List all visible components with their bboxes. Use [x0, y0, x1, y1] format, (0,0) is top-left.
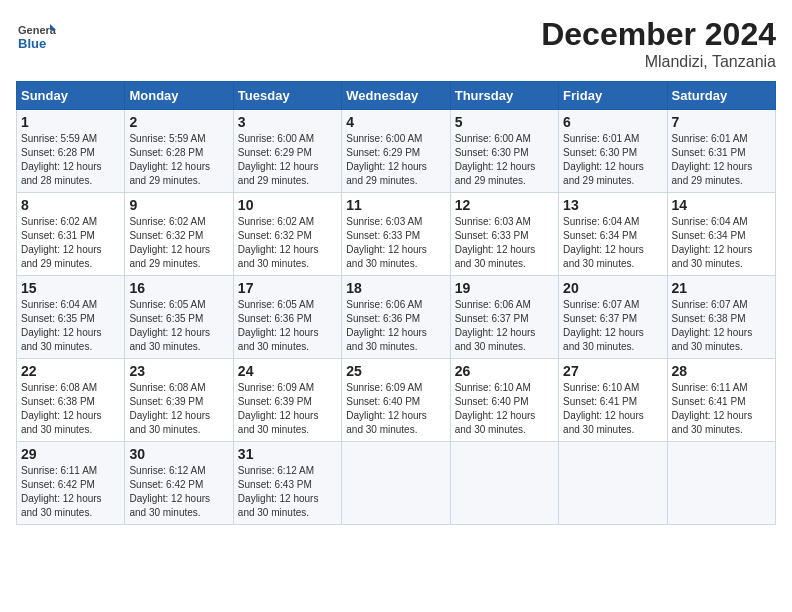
day-number: 21 [672, 280, 771, 296]
calendar-cell: 11Sunrise: 6:03 AM Sunset: 6:33 PM Dayli… [342, 193, 450, 276]
day-info: Sunrise: 6:05 AM Sunset: 6:35 PM Dayligh… [129, 298, 228, 354]
day-info: Sunrise: 6:12 AM Sunset: 6:42 PM Dayligh… [129, 464, 228, 520]
calendar-cell: 6Sunrise: 6:01 AM Sunset: 6:30 PM Daylig… [559, 110, 667, 193]
calendar-cell: 26Sunrise: 6:10 AM Sunset: 6:40 PM Dayli… [450, 359, 558, 442]
day-info: Sunrise: 6:07 AM Sunset: 6:38 PM Dayligh… [672, 298, 771, 354]
calendar-cell: 14Sunrise: 6:04 AM Sunset: 6:34 PM Dayli… [667, 193, 775, 276]
month-title: December 2024 [541, 16, 776, 53]
day-number: 27 [563, 363, 662, 379]
calendar-cell: 2Sunrise: 5:59 AM Sunset: 6:28 PM Daylig… [125, 110, 233, 193]
calendar-cell: 1Sunrise: 5:59 AM Sunset: 6:28 PM Daylig… [17, 110, 125, 193]
day-info: Sunrise: 5:59 AM Sunset: 6:28 PM Dayligh… [129, 132, 228, 188]
day-number: 2 [129, 114, 228, 130]
calendar-cell: 22Sunrise: 6:08 AM Sunset: 6:38 PM Dayli… [17, 359, 125, 442]
calendar-cell: 7Sunrise: 6:01 AM Sunset: 6:31 PM Daylig… [667, 110, 775, 193]
calendar-cell: 13Sunrise: 6:04 AM Sunset: 6:34 PM Dayli… [559, 193, 667, 276]
day-number: 5 [455, 114, 554, 130]
day-info: Sunrise: 6:04 AM Sunset: 6:34 PM Dayligh… [672, 215, 771, 271]
day-number: 11 [346, 197, 445, 213]
day-info: Sunrise: 6:11 AM Sunset: 6:41 PM Dayligh… [672, 381, 771, 437]
col-header-wednesday: Wednesday [342, 82, 450, 110]
day-info: Sunrise: 6:08 AM Sunset: 6:39 PM Dayligh… [129, 381, 228, 437]
day-info: Sunrise: 6:04 AM Sunset: 6:34 PM Dayligh… [563, 215, 662, 271]
day-number: 6 [563, 114, 662, 130]
svg-text:Blue: Blue [18, 36, 46, 51]
day-number: 22 [21, 363, 120, 379]
calendar-row: 29Sunrise: 6:11 AM Sunset: 6:42 PM Dayli… [17, 442, 776, 525]
day-number: 12 [455, 197, 554, 213]
day-info: Sunrise: 6:04 AM Sunset: 6:35 PM Dayligh… [21, 298, 120, 354]
day-info: Sunrise: 6:02 AM Sunset: 6:31 PM Dayligh… [21, 215, 120, 271]
calendar-cell: 19Sunrise: 6:06 AM Sunset: 6:37 PM Dayli… [450, 276, 558, 359]
calendar-cell: 24Sunrise: 6:09 AM Sunset: 6:39 PM Dayli… [233, 359, 341, 442]
day-number: 7 [672, 114, 771, 130]
calendar-cell: 8Sunrise: 6:02 AM Sunset: 6:31 PM Daylig… [17, 193, 125, 276]
day-info: Sunrise: 6:06 AM Sunset: 6:36 PM Dayligh… [346, 298, 445, 354]
header-row: SundayMondayTuesdayWednesdayThursdayFrid… [17, 82, 776, 110]
day-info: Sunrise: 6:10 AM Sunset: 6:40 PM Dayligh… [455, 381, 554, 437]
col-header-monday: Monday [125, 82, 233, 110]
day-info: Sunrise: 6:00 AM Sunset: 6:29 PM Dayligh… [238, 132, 337, 188]
day-number: 19 [455, 280, 554, 296]
col-header-saturday: Saturday [667, 82, 775, 110]
calendar-row: 1Sunrise: 5:59 AM Sunset: 6:28 PM Daylig… [17, 110, 776, 193]
calendar-cell: 28Sunrise: 6:11 AM Sunset: 6:41 PM Dayli… [667, 359, 775, 442]
day-info: Sunrise: 6:09 AM Sunset: 6:40 PM Dayligh… [346, 381, 445, 437]
day-info: Sunrise: 6:08 AM Sunset: 6:38 PM Dayligh… [21, 381, 120, 437]
col-header-thursday: Thursday [450, 82, 558, 110]
day-number: 31 [238, 446, 337, 462]
day-info: Sunrise: 6:12 AM Sunset: 6:43 PM Dayligh… [238, 464, 337, 520]
day-number: 18 [346, 280, 445, 296]
day-info: Sunrise: 6:00 AM Sunset: 6:29 PM Dayligh… [346, 132, 445, 188]
day-info: Sunrise: 6:02 AM Sunset: 6:32 PM Dayligh… [129, 215, 228, 271]
day-info: Sunrise: 6:07 AM Sunset: 6:37 PM Dayligh… [563, 298, 662, 354]
col-header-sunday: Sunday [17, 82, 125, 110]
day-info: Sunrise: 6:06 AM Sunset: 6:37 PM Dayligh… [455, 298, 554, 354]
day-info: Sunrise: 6:09 AM Sunset: 6:39 PM Dayligh… [238, 381, 337, 437]
calendar-cell [342, 442, 450, 525]
calendar-cell: 15Sunrise: 6:04 AM Sunset: 6:35 PM Dayli… [17, 276, 125, 359]
day-info: Sunrise: 6:11 AM Sunset: 6:42 PM Dayligh… [21, 464, 120, 520]
calendar-cell: 30Sunrise: 6:12 AM Sunset: 6:42 PM Dayli… [125, 442, 233, 525]
day-number: 24 [238, 363, 337, 379]
day-info: Sunrise: 5:59 AM Sunset: 6:28 PM Dayligh… [21, 132, 120, 188]
day-number: 14 [672, 197, 771, 213]
calendar-table: SundayMondayTuesdayWednesdayThursdayFrid… [16, 81, 776, 525]
location-title: Mlandizi, Tanzania [541, 53, 776, 71]
title-area: December 2024 Mlandizi, Tanzania [541, 16, 776, 71]
day-number: 10 [238, 197, 337, 213]
logo-icon: General Blue [16, 16, 56, 56]
calendar-cell: 25Sunrise: 6:09 AM Sunset: 6:40 PM Dayli… [342, 359, 450, 442]
calendar-cell: 31Sunrise: 6:12 AM Sunset: 6:43 PM Dayli… [233, 442, 341, 525]
day-info: Sunrise: 6:01 AM Sunset: 6:31 PM Dayligh… [672, 132, 771, 188]
calendar-row: 8Sunrise: 6:02 AM Sunset: 6:31 PM Daylig… [17, 193, 776, 276]
calendar-cell [559, 442, 667, 525]
day-number: 1 [21, 114, 120, 130]
calendar-cell: 16Sunrise: 6:05 AM Sunset: 6:35 PM Dayli… [125, 276, 233, 359]
day-number: 8 [21, 197, 120, 213]
day-number: 23 [129, 363, 228, 379]
calendar-cell: 18Sunrise: 6:06 AM Sunset: 6:36 PM Dayli… [342, 276, 450, 359]
day-info: Sunrise: 6:03 AM Sunset: 6:33 PM Dayligh… [455, 215, 554, 271]
col-header-friday: Friday [559, 82, 667, 110]
calendar-cell: 23Sunrise: 6:08 AM Sunset: 6:39 PM Dayli… [125, 359, 233, 442]
col-header-tuesday: Tuesday [233, 82, 341, 110]
header: General Blue December 2024 Mlandizi, Tan… [16, 16, 776, 71]
calendar-cell: 9Sunrise: 6:02 AM Sunset: 6:32 PM Daylig… [125, 193, 233, 276]
calendar-cell: 4Sunrise: 6:00 AM Sunset: 6:29 PM Daylig… [342, 110, 450, 193]
day-number: 13 [563, 197, 662, 213]
calendar-cell: 21Sunrise: 6:07 AM Sunset: 6:38 PM Dayli… [667, 276, 775, 359]
day-number: 30 [129, 446, 228, 462]
calendar-row: 15Sunrise: 6:04 AM Sunset: 6:35 PM Dayli… [17, 276, 776, 359]
calendar-row: 22Sunrise: 6:08 AM Sunset: 6:38 PM Dayli… [17, 359, 776, 442]
day-info: Sunrise: 6:00 AM Sunset: 6:30 PM Dayligh… [455, 132, 554, 188]
calendar-cell: 10Sunrise: 6:02 AM Sunset: 6:32 PM Dayli… [233, 193, 341, 276]
day-number: 15 [21, 280, 120, 296]
calendar-cell: 12Sunrise: 6:03 AM Sunset: 6:33 PM Dayli… [450, 193, 558, 276]
day-number: 4 [346, 114, 445, 130]
day-number: 26 [455, 363, 554, 379]
calendar-cell [450, 442, 558, 525]
calendar-cell [667, 442, 775, 525]
day-info: Sunrise: 6:01 AM Sunset: 6:30 PM Dayligh… [563, 132, 662, 188]
logo: General Blue [16, 16, 60, 56]
